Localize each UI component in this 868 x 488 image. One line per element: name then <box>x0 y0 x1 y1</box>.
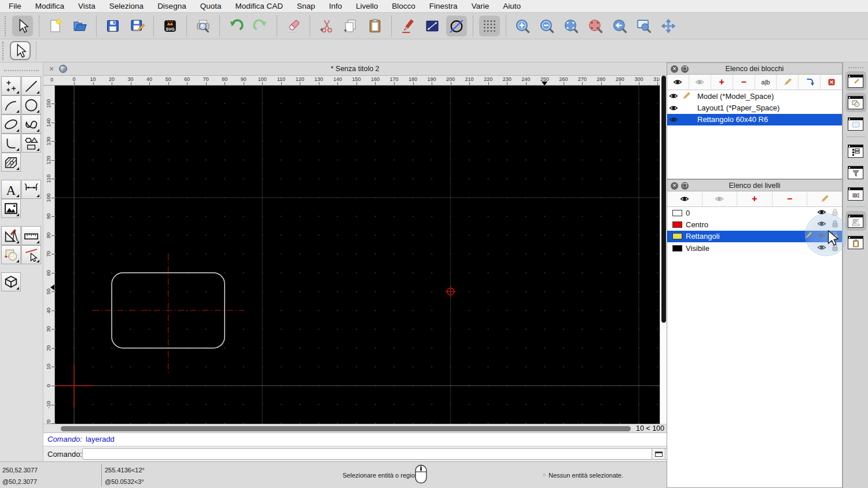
current-tool-button[interactable] <box>10 41 31 60</box>
save-as-button[interactable] <box>127 16 148 36</box>
menu-snap[interactable]: Snap <box>297 2 315 10</box>
eye-gray-button[interactable] <box>689 75 711 90</box>
tool-line-button[interactable] <box>21 76 41 95</box>
horizontal-scrollbar-thumb[interactable] <box>61 426 631 431</box>
palette-drag-handle[interactable] <box>4 70 39 72</box>
remove-button[interactable]: − <box>773 191 808 206</box>
toolbar-drag-handle[interactable] <box>5 16 7 36</box>
eye-button[interactable] <box>667 75 689 90</box>
eraser-button[interactable] <box>283 16 304 36</box>
zoom-out-button[interactable] <box>536 16 557 36</box>
dock-projector-window-toggle-button[interactable] <box>845 184 866 204</box>
svg-export-button[interactable]: SVG <box>160 16 181 36</box>
tool-spline-button[interactable] <box>21 114 41 134</box>
add-button[interactable]: + <box>737 191 773 206</box>
menu-modifica[interactable]: Modifica <box>35 2 64 10</box>
drawing-canvas[interactable] <box>55 86 660 424</box>
zoom-previous-button[interactable] <box>585 16 606 36</box>
cut-button[interactable] <box>316 16 337 36</box>
tool-ellipse-button[interactable] <box>1 114 21 134</box>
tool-polyline-button[interactable] <box>1 134 21 153</box>
dock-filter-window-icon <box>848 166 863 179</box>
dock-pencil-window-toggle-button[interactable] <box>845 71 866 91</box>
block-list-item[interactable]: Rettangolo 60x40 R6 <box>667 114 842 125</box>
select-arrow-button[interactable] <box>12 16 33 36</box>
menu-blocco[interactable]: Blocco <box>392 2 415 10</box>
tool-points-button[interactable] <box>1 76 21 95</box>
menu-info[interactable]: Info <box>329 2 343 10</box>
menu-aiuto[interactable]: Aiuto <box>503 2 521 10</box>
dock-filter-window-toggle-button[interactable] <box>845 162 866 182</box>
tool-image-button[interactable] <box>1 199 21 218</box>
block-list-item[interactable]: Layout1 (*Paper_Space) <box>667 102 842 113</box>
dock-shapes-window-toggle-button[interactable] <box>845 93 866 112</box>
tool-modify-button[interactable] <box>1 226 21 245</box>
ruler-tick-label: 20 <box>103 76 120 82</box>
vertical-scrollbar-thumb[interactable] <box>661 76 666 323</box>
draw-pencil-button[interactable] <box>398 16 418 36</box>
menu-file[interactable]: File <box>9 2 21 10</box>
block-list-item[interactable]: Model (*Model_Space) <box>667 90 842 102</box>
print-preview-button[interactable] <box>193 16 214 36</box>
insert-button[interactable] <box>799 75 821 90</box>
zoom-window-button[interactable] <box>634 16 654 36</box>
tool-explode-button[interactable] <box>1 245 21 264</box>
edit-button[interactable] <box>807 191 842 206</box>
visibility-eye-icon[interactable] <box>667 91 680 101</box>
dock-preview-window-toggle-button[interactable] <box>845 114 866 134</box>
new-document-button[interactable] <box>45 16 66 36</box>
zoom-auto-button[interactable] <box>561 16 582 36</box>
distance-button[interactable] <box>422 16 443 36</box>
menu-disegna[interactable]: Disegna <box>157 2 186 10</box>
zoom-back-button[interactable] <box>609 16 630 36</box>
menu-livello[interactable]: Livello <box>356 2 378 10</box>
menu-varie[interactable]: Varie <box>472 2 490 10</box>
tool-circle-button[interactable] <box>21 95 41 114</box>
zoom-pan-button[interactable] <box>658 16 679 36</box>
save-button[interactable] <box>102 16 123 36</box>
rename-button[interactable]: a|b <box>755 75 777 90</box>
command-input[interactable] <box>82 448 691 460</box>
toolbar-drag-handle[interactable] <box>2 42 4 60</box>
zoom-in-button[interactable] <box>512 16 533 36</box>
open-file-button[interactable] <box>69 16 90 36</box>
paste-button[interactable] <box>365 16 385 36</box>
dock-drag-handle[interactable] <box>848 67 863 69</box>
tool-polygon-shapes-button[interactable] <box>21 134 41 153</box>
grid-toggle-button[interactable] <box>479 16 500 36</box>
vertical-scrollbar[interactable] <box>660 76 667 424</box>
menu-vista[interactable]: Vista <box>78 2 95 10</box>
visibility-eye-icon[interactable] <box>667 115 680 124</box>
redo-button[interactable] <box>250 16 271 36</box>
tool-text-button[interactable]: A <box>1 180 21 199</box>
tool-dimension-button[interactable] <box>21 180 41 199</box>
eye-gray-button[interactable] <box>703 191 738 206</box>
main-toolbar: SVG <box>0 13 868 39</box>
tool-solid-3d-button[interactable] <box>1 272 21 291</box>
tool-delete-selected-button[interactable] <box>21 245 41 264</box>
eye-button[interactable] <box>667 191 703 206</box>
dock-clipboard-window-icon <box>848 236 863 249</box>
attributes-button[interactable] <box>821 75 842 90</box>
menu-modifica-cad[interactable]: Modifica CAD <box>235 2 283 10</box>
remove-button[interactable]: − <box>733 75 755 90</box>
add-button[interactable]: + <box>711 75 733 90</box>
tool-measure-button[interactable] <box>21 226 41 245</box>
visibility-eye-icon[interactable] <box>667 103 680 113</box>
command-window-toggle-button[interactable] <box>652 448 665 460</box>
ruler-tick <box>356 82 357 85</box>
draft-mode-button[interactable] <box>446 16 467 36</box>
horizontal-scrollbar[interactable]: 10 < 100 <box>43 424 667 432</box>
edit-button[interactable] <box>777 75 799 90</box>
menu-finestra[interactable]: Finestra <box>429 2 458 10</box>
undo-button[interactable] <box>226 16 247 36</box>
menu-seleziona[interactable]: Seleziona <box>109 2 144 10</box>
tool-arc-button[interactable] <box>1 95 21 114</box>
dock-list-window-toggle-button[interactable] <box>845 141 866 161</box>
dock-command-window-toggle-button[interactable] <box>845 211 866 231</box>
copy-button[interactable] <box>340 16 361 36</box>
menu-quota[interactable]: Quota <box>200 2 222 10</box>
dock-clipboard-window-toggle-button[interactable] <box>845 232 866 252</box>
tool-hatch-button[interactable] <box>1 153 21 172</box>
block-name: Rettangolo 60x40 R6 <box>697 115 768 124</box>
